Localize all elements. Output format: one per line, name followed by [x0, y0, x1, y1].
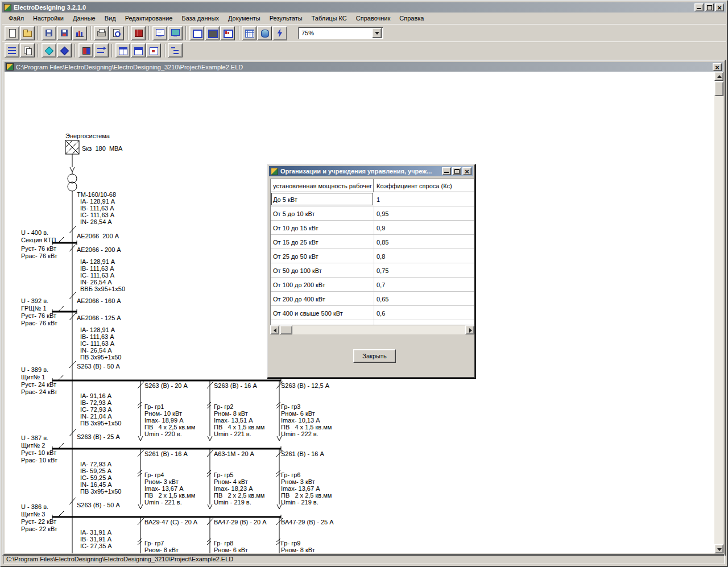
menu-item-data[interactable]: Данные [68, 13, 100, 23]
arrow-left-icon [274, 328, 276, 333]
menu-item-file[interactable]: Файл [4, 13, 28, 23]
app-titlebar[interactable]: ElectroDesigning 3.2.1.0 [2, 2, 726, 13]
table-filled-icon [208, 28, 217, 38]
diagram-label: Гр- гр7 [144, 540, 164, 547]
marker-blue-button[interactable] [57, 43, 72, 57]
save-button[interactable] [42, 26, 56, 40]
marker-cyan-button[interactable] [42, 43, 56, 57]
diagram-label: ПВ 3х95+1х50 [80, 420, 121, 427]
tree-list-icon [171, 46, 180, 55]
table-row[interactable]: От 400 и свыше 500 кВт0,6 [271, 306, 474, 320]
dialog-minimize-button[interactable] [442, 167, 451, 175]
table-report-button[interactable] [220, 26, 235, 40]
diagram-label: Рном- 6 кВт [281, 411, 315, 417]
cell-power-range: От 25 до 50 кВт [271, 249, 374, 263]
column-header-demand-factor[interactable]: Коэффициент спроса (Кс) [374, 179, 474, 192]
table-row[interactable]: От 50 до 100 кВт0,75 [271, 263, 474, 278]
menu-item-reference[interactable]: Справочник [351, 13, 395, 23]
close-button[interactable] [715, 3, 724, 11]
diagram-label: ПВ 2 х 1,5 кв.мм [144, 492, 195, 499]
print-button[interactable] [94, 26, 109, 40]
database-button[interactable] [257, 26, 272, 40]
copy-pages-button[interactable] [20, 43, 35, 57]
scroll-up-button[interactable] [714, 72, 723, 81]
diagram-button[interactable] [72, 26, 87, 40]
new-document-button[interactable] [5, 26, 19, 40]
document-titlebar[interactable]: C:\Program Files\ElectroDesigning\Electr… [5, 62, 723, 72]
cell-power-range: От 10 до 15 кВт [271, 221, 374, 234]
menu-item-results[interactable]: Результаты [265, 13, 307, 23]
dialog-title: Организации и учреждения управления, учр… [280, 168, 440, 175]
toolbar-separator [90, 26, 92, 40]
document-close-button[interactable] [713, 63, 722, 71]
table-row[interactable]: От 200 до 400 кВт0,65 [271, 292, 474, 306]
horizontal-scroll-thumb[interactable] [280, 325, 292, 334]
diagram-label: IА- 128,91 А [80, 327, 115, 333]
menu-item-view[interactable]: Вид [100, 13, 121, 23]
zoom-value[interactable]: 75% [299, 30, 372, 36]
toolbar-separator [38, 44, 39, 57]
diagram-label: Рном- 3 кВт [281, 479, 315, 485]
diagram-label: Щит№ 2 [21, 442, 45, 449]
refresh-button[interactable] [94, 43, 109, 57]
scroll-left-button[interactable] [270, 325, 279, 334]
panels-button[interactable] [5, 43, 19, 57]
edit-data-button[interactable] [78, 43, 93, 57]
dialog-maximize-button[interactable] [452, 167, 461, 175]
dialog-titlebar[interactable]: Организации и учреждения управления, учр… [269, 166, 473, 176]
table-marked-button[interactable] [146, 43, 161, 57]
dialog-horizontal-scrollbar[interactable] [270, 325, 474, 334]
diagram-label: Рном- 10 кВт [144, 411, 182, 417]
cell-demand-factor: 0,9 [374, 221, 474, 234]
table-row[interactable]: От 15 до 25 кВт0,85 [271, 235, 474, 249]
column-header-power-range[interactable]: установленная мощность рабочег [271, 179, 374, 192]
calculate-icon [275, 28, 284, 38]
screen-report-icon [171, 28, 180, 38]
scroll-down-button[interactable] [714, 544, 723, 553]
menu-item-database[interactable]: База данных [177, 13, 224, 23]
menu-item-help[interactable]: Справка [395, 13, 428, 23]
diagram-label: IN- 26,54 А [80, 219, 112, 225]
tree-list-button[interactable] [168, 43, 183, 57]
diagram-label: Umin - 221 в. [144, 499, 182, 506]
diagram-label: Sкз 180 МВА [82, 146, 122, 152]
minimize-button[interactable] [694, 3, 704, 11]
table-row[interactable]: До 5 кВт1 [271, 192, 474, 206]
scroll-right-button[interactable] [465, 325, 474, 334]
diagram-label: Секция КТП [21, 237, 56, 243]
close-icon [715, 3, 723, 12]
table-row[interactable]: От 10 до 15 кВт0,9 [271, 221, 474, 235]
table-filled-button[interactable] [205, 26, 220, 40]
table-row[interactable]: От 5 до 10 кВт0,95 [271, 206, 474, 221]
menu-item-settings[interactable]: Настройки [28, 13, 68, 23]
print-preview-icon [112, 28, 121, 38]
screen-report-button[interactable] [168, 26, 183, 40]
diagram-label: Рном- 8 кВт [281, 547, 315, 553]
diagram-label: IС- 27,35 А [80, 543, 112, 549]
menu-item-editing[interactable]: Редактирование [121, 13, 177, 23]
table-header-button[interactable] [131, 43, 146, 57]
reference-book-button[interactable] [131, 26, 146, 40]
document-vertical-scrollbar[interactable] [714, 72, 723, 553]
menu-item-ks-tables[interactable]: Таблицы КС [307, 13, 351, 23]
table-frame-button[interactable] [189, 26, 204, 40]
maximize-button[interactable] [705, 3, 714, 11]
calculate-button[interactable] [272, 26, 287, 40]
save-all-button[interactable] [57, 26, 72, 40]
table-row[interactable]: От 25 до 50 кВт0,8 [271, 249, 474, 263]
table-columns-button[interactable] [115, 43, 130, 57]
open-project-button[interactable] [20, 26, 35, 40]
vertical-scroll-thumb[interactable] [714, 81, 723, 96]
data-grid-button[interactable] [242, 26, 257, 40]
dialog-close-button[interactable] [462, 167, 471, 175]
screen-form-button[interactable] [152, 26, 167, 40]
table-row[interactable]: От 100 до 200 кВт0,7 [271, 278, 474, 292]
cell-power-range: От 50 до 100 кВт [271, 263, 374, 277]
diagram-label: IВ- 72,93 А [80, 400, 111, 406]
zoom-combobox[interactable]: 75% [298, 27, 383, 39]
minimize-icon [697, 8, 701, 9]
print-preview-button[interactable] [109, 26, 124, 40]
close-dialog-button[interactable]: Закрыть [353, 349, 396, 363]
zoom-dropdown-button[interactable] [372, 28, 382, 38]
menu-item-documents[interactable]: Документы [224, 13, 265, 23]
